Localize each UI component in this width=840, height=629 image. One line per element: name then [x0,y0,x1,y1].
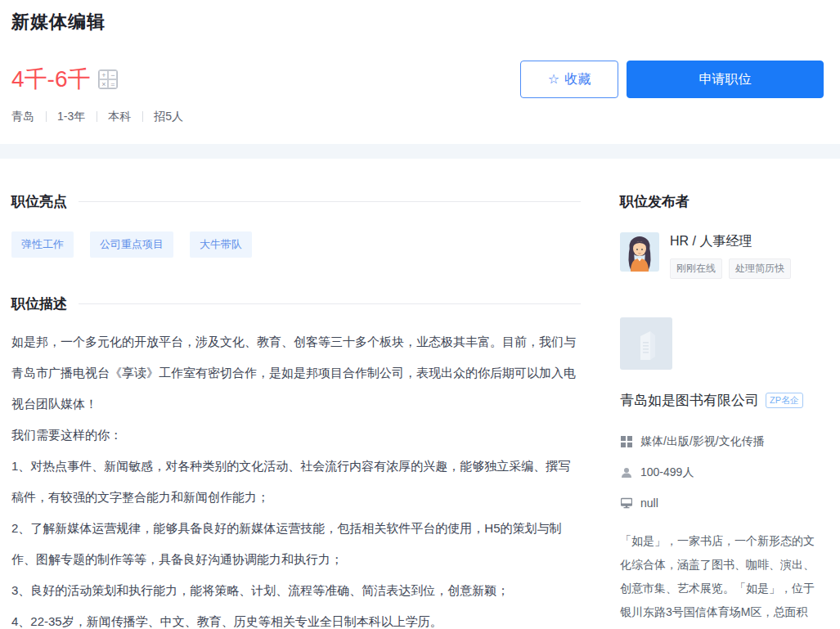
main-content: 职位亮点 弹性工作 公司重点项目 大牛带队 职位描述 如是邦，一个多元化的开放平… [0,159,840,629]
company-facts: 媒体/出版/影视/文化传播 100-499人 [620,434,824,510]
publisher-role: HR / 人事经理 [670,233,791,250]
zp-badge: ZP名企 [766,393,803,408]
salary-value: 4千-6千 [11,64,90,95]
description-paragraph: 3、良好的活动策划和执行能力，能将策略、计划、流程等准确、简洁表达到位，创意新颖… [11,575,581,606]
highlight-tag: 大牛带队 [190,231,252,258]
publisher-info: HR / 人事经理 刚刚在线 处理简历快 [670,232,791,279]
company-name[interactable]: 青岛如是图书有限公司 [620,391,759,410]
highlights-section: 职位亮点 弹性工作 公司重点项目 大牛带队 [11,192,581,258]
description-heading: 职位描述 [11,294,67,313]
description-paragraph: 我们需要这样的你： [11,420,581,451]
apply-button-label: 申请职位 [699,71,752,88]
company-extra-row: null [620,496,824,510]
company-size-row: 100-499人 [620,465,824,480]
star-icon: ☆ [548,73,559,86]
company-industry-row: 媒体/出版/影视/文化传播 [620,434,824,449]
monitor-icon [620,497,632,510]
calc-plus: + [99,70,108,79]
description-paragraph: 2、了解新媒体运营规律，能够具备良好的新媒体运营技能，包括相关软件平台的使用，H… [11,513,581,575]
publisher-heading: 职位发布者 [620,192,824,211]
description-paragraph: 如是邦，一个多元化的开放平台，涉及文化、教育、创客等三十多个板块，业态极其丰富。… [11,326,581,420]
salary-row: 4千-6千 +−×= ☆ 收藏 申请职位 [11,61,824,98]
meta-city: 青岛 [11,110,46,124]
company-industry: 媒体/出版/影视/文化传播 [640,434,765,449]
company-logo[interactable] [620,317,672,370]
description-paragraph: 4、22-35岁，新闻传播学、中文、教育、历史等相关专业全日制本科以上学历。 [11,606,581,629]
description-heading-row: 职位描述 [11,294,581,313]
heading-rule [79,303,581,304]
calc-minus: − [108,70,117,79]
calc-times: × [99,79,108,88]
company-name-row: 青岛如是图书有限公司 ZP名企 [620,391,824,410]
favorite-button[interactable]: ☆ 收藏 [520,61,618,98]
highlights-heading: 职位亮点 [11,192,67,211]
company-size: 100-499人 [640,465,694,480]
header-buttons: ☆ 收藏 申请职位 [520,61,824,98]
job-header: 新媒体编辑 4千-6千 +−×= ☆ 收藏 申请职位 青岛 1-3年 本科 招5… [0,0,840,144]
highlight-tags: 弹性工作 公司重点项目 大牛带队 [11,231,581,258]
avatar [620,232,659,272]
heading-rule [79,201,581,202]
publisher-tag-online: 刚刚在线 [670,258,722,279]
meta-headcount: 招5人 [142,110,195,124]
description-section: 职位描述 如是邦，一个多元化的开放平台，涉及文化、教育、创客等三十多个板块，业态… [11,294,581,629]
meta-experience: 1-3年 [46,110,97,124]
company-intro: 「如是」，一家书店，一个新形态的文化综合体，涵盖了图书、咖啡、演出、创意市集、艺… [620,529,824,629]
description-body: 如是邦，一个多元化的开放平台，涉及文化、教育、创客等三十多个板块，业态极其丰富。… [11,326,581,629]
publisher-tag-fast: 处理简历快 [729,258,791,279]
favorite-button-label: 收藏 [564,71,591,88]
hr-avatar-illustration [620,232,659,272]
grid-icon [620,436,632,448]
job-meta: 青岛 1-3年 本科 招5人 [11,110,824,144]
description-paragraph: 1、对热点事件、新闻敏感，对各种类别的文化活动、社会流行内容有浓厚的兴趣，能够独… [11,451,581,513]
sidebar: 职位发布者 HR / 人事经理 [620,159,824,629]
highlight-tag: 公司重点项目 [90,231,173,258]
section-divider-band [0,144,840,159]
highlight-tag: 弹性工作 [11,231,74,258]
calculator-icon[interactable]: +−×= [98,70,118,89]
calc-equals: = [108,79,117,88]
page-title: 新媒体编辑 [11,10,824,34]
apply-button[interactable]: 申请职位 [627,61,824,98]
company-extra: null [640,496,658,510]
publisher-tags: 刚刚在线 处理简历快 [670,258,791,279]
highlights-heading-row: 职位亮点 [11,192,581,211]
publisher-card[interactable]: HR / 人事经理 刚刚在线 处理简历快 [620,232,824,279]
job-detail-column: 职位亮点 弹性工作 公司重点项目 大牛带队 职位描述 如是邦，一个多元化的开放平… [11,159,581,629]
person-icon [620,467,632,479]
meta-education: 本科 [97,110,142,124]
building-icon [620,317,672,370]
